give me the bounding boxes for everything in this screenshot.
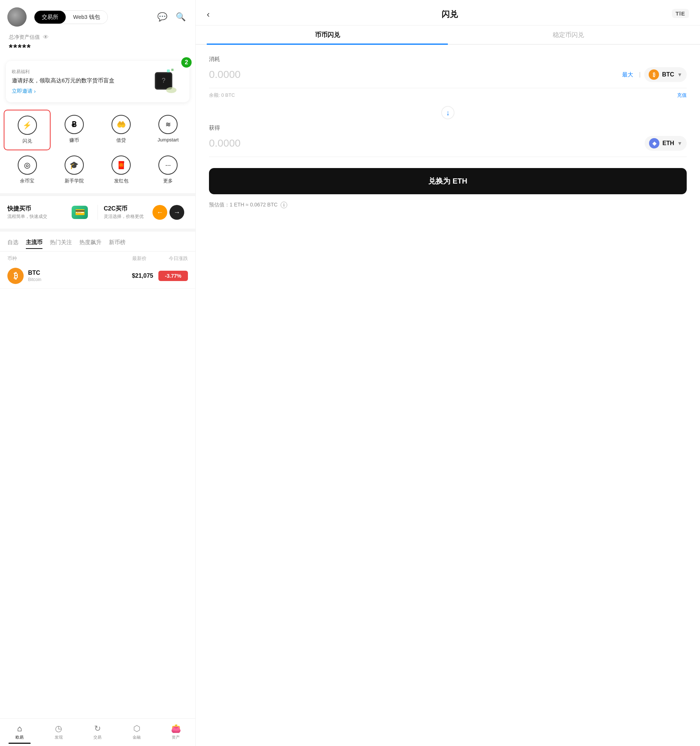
table-header: 币种 最新价 今日涨跌 — [0, 251, 195, 263]
coin-fullname: Bitcoin — [28, 277, 41, 282]
search-icon[interactable]: 🔍 — [173, 10, 188, 24]
nav-trade-label: 交易 — [93, 734, 102, 740]
menu-label-earn: 赚币 — [69, 137, 79, 144]
nav-home-label: 欧易 — [15, 734, 24, 740]
section-divider — [0, 193, 195, 196]
c2c-icon-orange: ← — [152, 205, 167, 220]
tab-coin-swap[interactable]: 币币闪兑 — [207, 31, 448, 45]
tab-hot[interactable]: 热门关注 — [50, 239, 72, 249]
col-change: 今日涨跌 — [169, 255, 188, 262]
tab-exchange[interactable]: 交易所 — [35, 11, 66, 24]
menu-item-earn[interactable]: Ƀ 赚币 — [51, 110, 98, 150]
swap-section: 消耗 最大 | ₿ BTC ▼ 余额: 0 BTC 充值 ↓ 获得 ◆ — [196, 45, 700, 746]
earn-icon: Ƀ — [72, 120, 77, 129]
get-amount-input[interactable] — [209, 137, 644, 149]
btc-icon: ₿ — [8, 268, 24, 284]
active-indicator — [9, 743, 31, 744]
swap-arrow-row: ↓ — [209, 101, 687, 125]
quick-buy-card[interactable]: 快捷买币 流程简单，快速成交 💳 — [8, 205, 92, 220]
svg-rect-5 — [171, 69, 174, 71]
promo-content: 欧易福利 邀请好友，领取高达6万元的数字货币盲盒 立即邀请 › — [12, 69, 114, 95]
yubibao-icon-circle: ◎ — [18, 155, 37, 175]
promo-link[interactable]: 立即邀请 › — [12, 88, 114, 95]
promo-title: 邀请好友，领取高达6万元的数字货币盲盒 — [12, 77, 114, 85]
quick-buy-sub: 流程简单，快速成交 — [8, 214, 47, 220]
academy-icon-circle: 🎓 — [65, 155, 84, 175]
promo-image: ? — [150, 67, 183, 96]
balance-text: 余额: 0 BTC — [209, 92, 235, 99]
c2c-buy-card[interactable]: C2C买币 灵活选择，价格更优 ← → — [104, 205, 188, 220]
menu-label-academy: 新手学院 — [65, 177, 84, 184]
card-icon: 💳 — [75, 208, 85, 217]
to-coin-selector[interactable]: ◆ ETH ▼ — [644, 136, 687, 151]
loan-icon-circle: 🤲 — [111, 115, 131, 134]
balance-row: 余额: 0 BTC 充值 — [209, 92, 687, 99]
consume-amount-input[interactable] — [209, 69, 622, 81]
menu-item-redpacket[interactable]: 🧧 发红包 — [98, 150, 145, 190]
menu-item-more[interactable]: ··· 更多 — [145, 150, 192, 190]
academy-icon: 🎓 — [69, 161, 79, 170]
convert-button[interactable]: 兑换为 ETH — [209, 168, 687, 194]
nav-assets-label: 资产 — [172, 734, 180, 740]
nav-finance[interactable]: ⬡ 金融 — [117, 722, 156, 746]
nav-assets[interactable]: 👛 资产 — [156, 722, 195, 746]
tab-zixuan[interactable]: 自选 — [8, 239, 18, 249]
tab-mainstream[interactable]: 主流币 — [26, 239, 42, 249]
tab-stable-swap[interactable]: 稳定币闪兑 — [448, 31, 689, 44]
coin-price: $21,075 — [132, 272, 153, 279]
hide-balance-icon[interactable]: 👁 — [43, 34, 49, 41]
get-label: 获得 — [209, 125, 687, 131]
nav-finance-label: 金融 — [132, 734, 141, 740]
promo-tag: 欧易福利 — [12, 69, 114, 75]
home-icon: ⌂ — [17, 724, 22, 734]
menu-item-loan[interactable]: 🤲 借贷 — [98, 110, 145, 150]
top-bar: 交易所 Web3 钱包 💬 🔍 — [0, 0, 195, 30]
menu-label-more: 更多 — [163, 177, 173, 184]
from-coin-selector[interactable]: ₿ BTC ▼ — [644, 67, 687, 82]
menu-item-jumpstart[interactable]: ≋ Jumpstart — [145, 110, 192, 150]
nav-discover[interactable]: ◷ 发现 — [39, 722, 78, 746]
divider-pipe: | — [639, 71, 641, 78]
c2c-icon-black: → — [170, 205, 184, 220]
table-row[interactable]: ₿ BTC Bitcoin $21,075 -3.77% — [0, 263, 195, 289]
nav-trade[interactable]: ↻ 交易 — [78, 722, 117, 746]
svg-point-3 — [166, 87, 176, 93]
asset-value: ***** — [9, 42, 186, 54]
info-icon[interactable]: ℹ — [281, 202, 287, 208]
promo-card[interactable]: 2 欧易福利 邀请好友，领取高达6万元的数字货币盲盒 立即邀请 › ? — [6, 61, 189, 102]
message-icon[interactable]: 💬 — [155, 10, 170, 24]
tab-new[interactable]: 新币榜 — [109, 239, 126, 249]
trade-icon: ↻ — [94, 724, 101, 734]
coin-change: -3.77% — [158, 271, 188, 281]
yubibao-icon: ◎ — [24, 161, 30, 170]
max-button[interactable]: 最大 — [622, 71, 633, 78]
eth-selector-icon: ◆ — [649, 138, 659, 149]
recharge-button[interactable]: 充值 — [677, 92, 687, 99]
menu-item-academy[interactable]: 🎓 新手学院 — [51, 150, 98, 190]
chevron-down-icon: ▼ — [677, 72, 682, 78]
nav-discover-label: 发现 — [55, 734, 63, 740]
menu-label-jumpstart: Jumpstart — [158, 137, 179, 143]
more-icon-circle: ··· — [158, 155, 177, 175]
tab-trending[interactable]: 热度飙升 — [80, 239, 102, 249]
coin-symbol: BTC — [28, 269, 41, 276]
chevron-down-icon-2: ▼ — [677, 140, 682, 146]
tab-web3[interactable]: Web3 钱包 — [66, 11, 107, 24]
nav-home[interactable]: ⌂ 欧易 — [0, 722, 39, 746]
estimate-row: 预估值：1 ETH ≈ 0.0672 BTC ℹ — [209, 202, 687, 208]
menu-item-flash[interactable]: ⚡ 闪兑 — [4, 110, 51, 150]
right-panel: ‹ 闪兑 ⊡ TlE 币币闪兑 稳定币闪兑 消耗 最大 | ₿ BTC ▼ 余额… — [196, 0, 700, 746]
to-coin-name: ETH — [662, 140, 674, 147]
promo-badge: 2 — [181, 57, 192, 68]
market-tabs-row: 自选 主流币 热门关注 热度飙升 新币榜 — [0, 235, 195, 251]
get-input-row: ◆ ETH ▼ — [209, 136, 687, 157]
back-button[interactable]: ‹ — [207, 9, 210, 20]
c2c-sub: 灵活选择，价格更优 — [104, 214, 144, 220]
svg-rect-4 — [167, 69, 170, 72]
jumpstart-icon-circle: ≋ — [158, 115, 177, 134]
assets-icon: 👛 — [171, 724, 181, 734]
swap-direction-button[interactable]: ↓ — [441, 106, 455, 119]
tle-badge: TlE — [672, 9, 689, 18]
avatar[interactable] — [8, 8, 27, 27]
menu-item-yubibao[interactable]: ◎ 余币宝 — [4, 150, 51, 190]
